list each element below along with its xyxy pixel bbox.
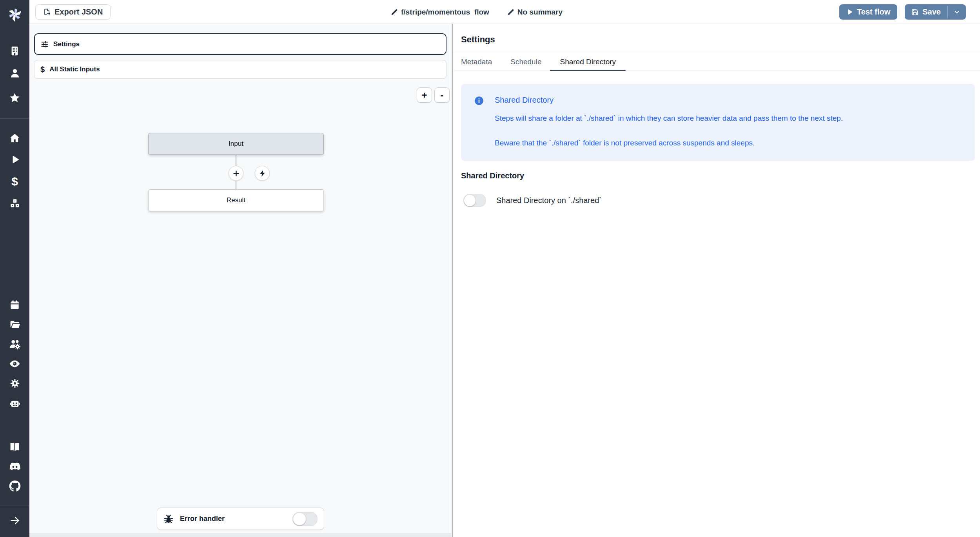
toggle-knob [293,513,306,525]
info-title: Shared Directory [495,96,962,106]
result-node[interactable]: Result [148,189,324,211]
zoom-in-button[interactable]: + [417,87,432,103]
sidebar-divider [0,506,29,506]
flow-canvas: Settings $ All Static Inputs + - Input [29,24,451,537]
sidebar-expand-button[interactable] [0,515,29,526]
sliders-icon [41,40,49,48]
sidebar-item-home[interactable] [0,133,29,143]
github-icon [9,480,21,492]
discord-icon [9,461,21,472]
sidebar-item-folders[interactable] [0,319,29,330]
info-line-2: Beware that the `./shared` folder is not… [495,139,962,147]
chevron-down-icon [953,9,960,16]
plus-icon [232,170,240,177]
sidebar-item-workspace[interactable] [0,46,29,56]
input-node-label: Input [229,140,243,148]
sidebar-item-audit-logs[interactable] [0,358,29,370]
sidebar-item-discord[interactable] [0,461,29,472]
topbar-actions: Test flow Save [839,0,980,24]
windmill-logo[interactable] [0,5,29,23]
test-flow-label: Test flow [857,7,890,16]
shared-directory-section-title: Shared Directory [461,171,980,180]
sidebar-item-settings[interactable] [0,378,29,389]
sidebar-item-github[interactable] [0,480,29,492]
all-static-inputs-item[interactable]: $ All Static Inputs [34,60,446,79]
shared-directory-toggle-label: Shared Directory on `./shared` [496,196,602,205]
toggle-knob [464,195,475,206]
sidebar-item-runs[interactable] [0,154,29,165]
sidebar-item-resources[interactable] [0,198,29,209]
settings-panel: Settings Metadata Schedule Shared Direct… [454,24,980,537]
sidebar-item-variables[interactable]: $ [0,176,29,187]
error-handler-item[interactable]: Error handler [157,508,324,530]
panel-splitter[interactable] [451,24,454,537]
users-gear-icon [9,338,21,350]
zoom-out-label: - [441,91,444,100]
arrow-right-icon [9,515,20,526]
play-icon [10,154,20,165]
pencil-icon [391,9,398,16]
shared-directory-toggle[interactable] [463,194,486,207]
flow-editor-app: $ [0,0,980,537]
flow-settings-item[interactable]: Settings [34,33,446,55]
result-node-label: Result [227,196,245,204]
eye-icon [9,358,20,370]
trigger-button[interactable] [255,166,270,181]
bug-icon [163,514,174,524]
sidebar-item-docs[interactable] [0,441,29,453]
error-handler-label: Error handler [180,515,286,523]
sidebar-item-workers[interactable] [0,397,29,409]
sidebar-item-favorites[interactable] [0,93,29,104]
tab-metadata-label: Metadata [461,58,492,66]
cubes-icon [9,198,20,209]
input-node[interactable]: Input [148,133,324,155]
tab-schedule[interactable]: Schedule [510,53,541,71]
file-export-icon [43,8,51,16]
dollar-icon: $ [40,65,45,74]
add-step-button[interactable] [229,166,243,181]
tab-schedule-label: Schedule [510,58,541,66]
sidebar-divider [0,118,29,119]
save-more-button[interactable] [948,4,966,20]
windmill-logo-icon [6,5,24,23]
flow-summary-text: No summary [517,8,563,16]
flow-path-group: f/stripe/momentous_flow No summary [391,0,563,24]
gear-icon [9,378,20,389]
zoom-in-label: + [421,91,427,100]
building-icon [9,46,20,56]
test-flow-button[interactable]: Test flow [839,4,897,20]
zap-icon [259,170,266,177]
tab-shared-directory-label: Shared Directory [560,58,616,66]
dollar-icon: $ [11,176,18,187]
sidebar-item-schedules[interactable] [0,300,29,310]
error-handler-toggle[interactable] [292,512,318,526]
robot-icon [9,397,21,409]
user-icon [9,68,20,79]
tab-shared-directory[interactable]: Shared Directory [560,53,616,71]
pencil-icon [507,9,514,16]
book-open-icon [9,441,20,453]
export-json-button[interactable]: Export JSON [35,4,111,20]
shared-directory-toggle-row: Shared Directory on `./shared` [463,194,980,207]
save-button[interactable]: Save [905,4,947,20]
all-static-inputs-label: All Static Inputs [49,65,100,73]
folder-open-icon [9,319,20,330]
home-icon [9,133,20,143]
zoom-out-button[interactable]: - [434,87,450,103]
calendar-icon [9,300,20,310]
flow-path-text: f/stripe/momentous_flow [401,8,489,16]
save-icon [911,9,918,16]
topbar: Export JSON f/stripe/momentous_flow No s… [29,0,980,24]
export-json-label: Export JSON [54,7,103,16]
sidebar-item-groups[interactable] [0,338,29,350]
shared-directory-info-box: Shared Directory Steps will share a fold… [461,84,975,161]
panel-title: Settings [461,34,980,45]
star-icon [9,93,20,104]
sidebar-item-user[interactable] [0,68,29,79]
save-split-button: Save [905,4,966,20]
flow-path-editable[interactable]: f/stripe/momentous_flow [391,8,489,16]
flow-summary-editable[interactable]: No summary [507,8,563,16]
tab-metadata[interactable]: Metadata [461,53,492,71]
play-icon [846,9,853,15]
canvas-bottom-strip [29,533,451,537]
